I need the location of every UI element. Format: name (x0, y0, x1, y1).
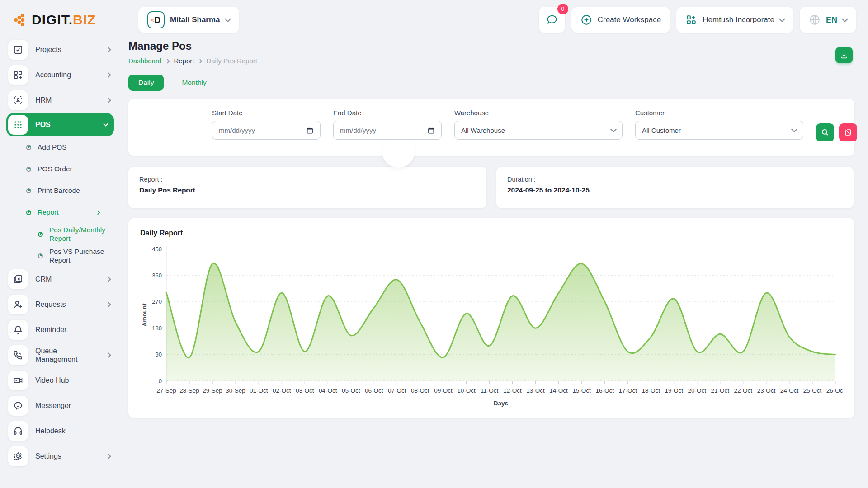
sidebar-item-settings[interactable]: Settings (8, 444, 112, 469)
svg-text:10-Oct: 10-Oct (457, 387, 476, 394)
svg-text:08-Oct: 08-Oct (411, 387, 429, 394)
filter-panel: Start Date mm/dd/yyyy End Date mm/dd/yyy… (128, 99, 854, 156)
chat-button[interactable]: 0 (539, 7, 565, 33)
sidebar-item-pos-vs-purchase-report[interactable]: Pos VS Purchase Report (8, 245, 112, 267)
plus-circle-icon (580, 14, 592, 26)
bullet-icon (26, 210, 31, 215)
chat-count-badge: 0 (557, 4, 568, 14)
report-period-tabs: Daily Monthly (128, 75, 854, 91)
sidebar-item-accounting[interactable]: Accounting (8, 62, 112, 88)
sidebar-item-hrm[interactable]: HRM (8, 88, 112, 113)
brand-logo: DIGIT.BIZ (12, 12, 125, 28)
svg-text:450: 450 (152, 246, 162, 253)
chevron-right-icon (106, 302, 111, 307)
sidebar: ProjectsAccountingHRMPOSAdd POSPOS Order… (0, 33, 118, 488)
chevron-right-icon (165, 59, 170, 63)
sidebar-item-requests[interactable]: Requests (8, 292, 112, 317)
chevron-right-icon (106, 277, 111, 282)
reset-filter-button[interactable] (839, 123, 857, 141)
sidebar-item-pos-daily-monthly-report[interactable]: Pos Daily/Monthly Report (8, 223, 112, 245)
sidebar-item-projects[interactable]: Projects (8, 37, 112, 62)
tab-monthly[interactable]: Monthly (172, 75, 216, 91)
tab-daily[interactable]: Daily (128, 75, 164, 91)
duration-value: 2024-09-25 to 2024-10-25 (507, 186, 843, 194)
start-date-input[interactable]: mm/dd/yyyy (212, 121, 321, 140)
brand-hexagon-icon (12, 12, 28, 28)
svg-text:13-Oct: 13-Oct (526, 387, 545, 394)
chevron-right-icon (106, 352, 111, 357)
chevron-right-icon (198, 59, 203, 63)
sidebar-item-pos-order[interactable]: POS Order (8, 158, 112, 180)
sidebar-item-label: Helpdesk (35, 427, 112, 435)
sidebar-item-queue-management[interactable]: Queue Management (8, 343, 112, 368)
svg-text:Days: Days (494, 400, 508, 407)
checkbox-icon (8, 40, 28, 60)
calendar-icon (306, 127, 314, 134)
sidebar-item-label: Add POS (38, 143, 67, 151)
bell-icon (8, 320, 28, 340)
user-scan-icon (8, 90, 28, 110)
svg-text:18-Oct: 18-Oct (642, 387, 660, 394)
breadcrumb-dashboard[interactable]: Dashboard (128, 57, 161, 65)
sidebar-item-label: Requests (35, 300, 99, 309)
bullet-icon (26, 167, 31, 172)
report-summary-card: Report : Daily Pos Report (128, 167, 486, 208)
workspace-user-dropdown[interactable]: •:D Mitali Sharma (138, 7, 239, 33)
chevron-down-icon (842, 16, 848, 22)
sidebar-item-label: CRM (35, 275, 99, 283)
sidebar-item-add-pos[interactable]: Add POS (8, 136, 112, 158)
sidebar-item-label: Settings (35, 452, 99, 460)
sidebar-item-video-hub[interactable]: Video Hub (8, 368, 112, 393)
sidebar-item-report[interactable]: Report (8, 202, 112, 223)
sidebar-item-reminder[interactable]: Reminder (8, 317, 112, 343)
download-report-button[interactable] (835, 47, 853, 63)
calendar-icon (427, 127, 435, 134)
sidebar-item-crm[interactable]: CRM (8, 267, 112, 292)
svg-text:14-Oct: 14-Oct (549, 387, 568, 394)
svg-text:0: 0 (159, 378, 162, 385)
sidebar-item-label: Pos Daily/Monthly Report (49, 225, 108, 243)
sidebar-item-helpdesk[interactable]: Helpdesk (8, 418, 112, 444)
chevron-right-icon (106, 454, 111, 459)
svg-text:25-Oct: 25-Oct (803, 387, 822, 394)
language-dropdown[interactable]: EN (800, 7, 856, 33)
end-date-label: End Date (333, 109, 442, 117)
sidebar-item-label: POS Order (38, 164, 72, 173)
sidebar-item-print-barcode[interactable]: Print Barcode (8, 180, 112, 202)
daily-report-chart: 09018027036045027-Sep28-Sep29-Sep30-Sep0… (140, 241, 843, 409)
company-dropdown[interactable]: Hemtush Incorporate (676, 7, 793, 33)
chevron-down-icon (224, 16, 231, 22)
svg-text:26-Oct: 26-Oct (826, 387, 843, 394)
svg-text:360: 360 (152, 272, 162, 279)
chevron-right-icon (106, 72, 111, 77)
grid-plus-icon (685, 14, 697, 26)
svg-text:90: 90 (156, 351, 162, 358)
svg-text:28-Sep: 28-Sep (179, 387, 199, 394)
svg-text:20-Oct: 20-Oct (688, 387, 707, 394)
svg-text:27-Sep: 27-Sep (156, 387, 176, 394)
svg-text:270: 270 (152, 298, 162, 305)
sidebar-item-label: Projects (35, 45, 99, 54)
create-workspace-button[interactable]: Create Workspace (571, 7, 670, 33)
chart-title: Daily Report (140, 229, 843, 237)
warehouse-select[interactable]: All Warehouse (454, 121, 623, 140)
sidebar-item-label: Accounting (35, 70, 99, 79)
workspace-user-name: Mitali Sharma (170, 15, 220, 24)
end-date-input[interactable]: mm/dd/yyyy (333, 121, 442, 140)
sidebar-item-pos[interactable]: POS (6, 113, 114, 136)
svg-text:19-Oct: 19-Oct (665, 387, 684, 394)
search-button[interactable] (816, 123, 834, 141)
report-label: Report : (139, 176, 476, 183)
gear-icon (8, 446, 28, 466)
breadcrumb-report[interactable]: Report (174, 57, 194, 65)
top-bar: DIGIT.BIZ •:D Mitali Sharma 0 Create Wor… (0, 0, 868, 40)
sidebar-item-label: Pos VS Purchase Report (49, 247, 108, 265)
chevron-right-icon (106, 47, 111, 52)
dots-grid-icon (8, 115, 28, 135)
svg-text:04-Oct: 04-Oct (319, 387, 337, 394)
sidebar-item-messenger[interactable]: Messenger (8, 393, 112, 418)
chart-wrapper: 09018027036045027-Sep28-Sep29-Sep30-Sep0… (140, 241, 843, 411)
chevron-down-icon (103, 121, 108, 126)
customer-select[interactable]: All Customer (635, 121, 803, 140)
customer-label: Customer (635, 109, 803, 117)
